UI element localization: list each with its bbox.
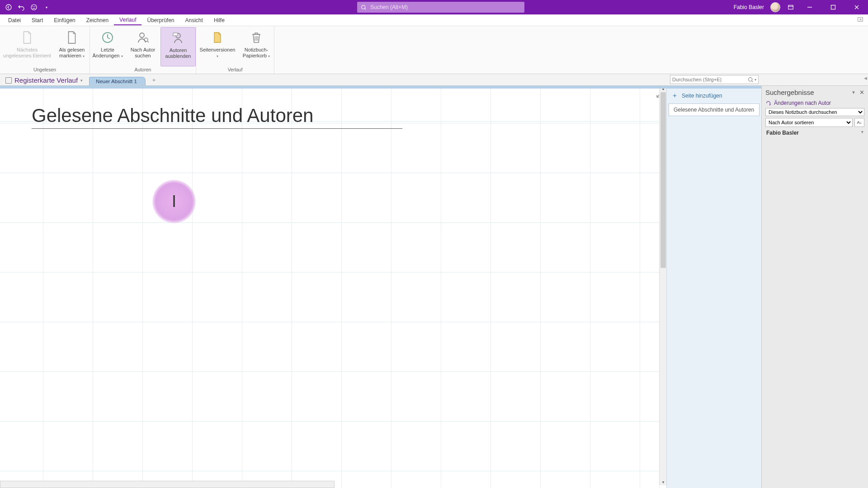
chevron-down-icon[interactable]: ▼ (851, 90, 856, 95)
add-page-label: Seite hinzufügen (682, 93, 722, 99)
qat-dropdown-icon[interactable]: ▾ (42, 3, 51, 11)
tab-verlauf[interactable]: Verlauf (114, 15, 142, 25)
ribbon-label: Änderungen ▾ (92, 53, 123, 59)
user-name[interactable]: Fabio Basler (734, 4, 764, 10)
section-bar: Registerkarte Verlauf ▾ Neuer Abschnitt … (0, 74, 868, 86)
svg-rect-6 (831, 5, 835, 9)
ribbon-label: Nächstes (17, 47, 38, 53)
author-name: Fabio Basler (766, 130, 799, 136)
ribbon-notebook-recycle[interactable]: Notizbuch- Papierkorb ▾ (239, 27, 274, 66)
close-button[interactable] (848, 0, 865, 14)
horizontal-scrollbar[interactable] (0, 481, 335, 488)
close-panel-button[interactable]: ✕ (859, 89, 864, 96)
title-bar: ▾ Gelesene Abschnitte und Autoren – OneN… (0, 0, 868, 14)
page-list-item[interactable]: Gelesene Abschnitte und Autoren (669, 103, 760, 116)
svg-point-9 (140, 33, 144, 38)
trash-icon (249, 30, 264, 45)
cursor-indicator: I (152, 180, 196, 223)
qat: ▾ (5, 3, 51, 11)
note-canvas[interactable]: Gelesene Abschnitte und Autoren I ▲ ▼ (0, 86, 666, 488)
titlebar-right: Fabio Basler (734, 0, 865, 14)
tab-hilfe[interactable]: Hilfe (208, 15, 230, 25)
vertical-scrollbar[interactable]: ▲ ▼ (659, 86, 666, 485)
changes-by-author-label: Änderungen nach Autor (774, 100, 831, 106)
ribbon-label: Notizbuch- (245, 47, 269, 53)
ribbon-label: ungelesenes Element (3, 53, 51, 59)
ribbon-display-icon[interactable] (787, 3, 795, 11)
section-tab[interactable]: Neuer Abschnitt 1 (89, 77, 146, 85)
notebook-icon (5, 77, 12, 84)
global-search-input[interactable] (370, 4, 521, 10)
notebook-selector[interactable]: Registerkarte Verlauf ▾ (4, 76, 86, 85)
search-icon (361, 5, 367, 10)
page-title[interactable]: Gelesene Abschnitte und Autoren (32, 105, 402, 129)
ribbon-label: ausblenden (165, 53, 191, 59)
plus-icon: ＋ (671, 91, 678, 100)
ribbon-label: Letzte (101, 47, 114, 53)
versions-icon (210, 30, 225, 45)
svg-point-1 (31, 5, 37, 10)
page-icon (19, 30, 35, 45)
svg-rect-12 (173, 33, 178, 36)
tab-ueberpruefen[interactable]: Überprüfen (142, 15, 179, 25)
scroll-thumb[interactable] (660, 92, 666, 268)
minimize-button[interactable] (801, 0, 818, 14)
clock-icon (100, 30, 115, 45)
ribbon-hide-authors[interactable]: Autoren ausblenden (160, 27, 196, 66)
main-area: Gelesene Abschnitte und Autoren I ▲ ▼ ＋ … (0, 86, 868, 488)
search-results-panel: Suchergebnisse ▼ ✕ Änderungen nach Autor… (761, 86, 868, 488)
cursor-glyph: I (172, 192, 176, 211)
chevron-down-icon: ▾ (861, 130, 863, 136)
tab-datei[interactable]: Datei (3, 15, 26, 25)
section-search-input[interactable] (672, 77, 748, 82)
scroll-up-icon[interactable]: ▲ (661, 87, 665, 91)
global-search[interactable] (357, 2, 524, 13)
undo-icon[interactable] (17, 3, 25, 11)
ribbon-next-unread[interactable]: Nächstes ungelesenes Element (0, 27, 54, 66)
page-check-icon (64, 30, 80, 45)
svg-rect-7 (858, 18, 863, 22)
refresh-icon (765, 100, 771, 106)
tab-start[interactable]: Start (26, 15, 48, 25)
add-page-button[interactable]: ＋ Seite hinzufügen (667, 89, 761, 103)
page-title-container[interactable]: Gelesene Abschnitte und Autoren (32, 105, 402, 129)
menu-tabs: Datei Start Einfügen Zeichnen Verlauf Üb… (0, 14, 868, 26)
tab-ansicht[interactable]: Ansicht (180, 15, 208, 25)
caret-icon: ▾ (217, 53, 218, 59)
search-scope-select[interactable]: Dieses Notizbuch durchsuchen (765, 108, 864, 116)
ribbon-group-ungelesen: Nächstes ungelesenes Element Als gelesen… (0, 26, 90, 74)
maximize-button[interactable] (825, 0, 842, 14)
search-icon (748, 77, 754, 83)
scroll-down-icon[interactable]: ▼ (661, 480, 665, 484)
ribbon-group-autoren: Letzte Änderungen ▾ Nach Autor suchen Au… (90, 26, 196, 74)
changes-by-author-link[interactable]: Änderungen nach Autor (762, 99, 868, 107)
collapse-ribbon-icon[interactable] (857, 16, 865, 24)
back-icon[interactable] (5, 3, 13, 11)
svg-point-13 (749, 77, 752, 81)
ribbon-find-by-author[interactable]: Nach Autor suchen (125, 27, 160, 66)
tab-einfuegen[interactable]: Einfügen (48, 15, 80, 25)
ribbon-group-verlauf: Seitenversionen ▾ Notizbuch- Papierkorb … (196, 26, 274, 74)
sort-select[interactable]: Nach Autor sortieren (765, 118, 853, 127)
svg-point-3 (34, 6, 35, 7)
page-list-panel: ＋ Seite hinzufügen Gelesene Abschnitte u… (666, 86, 761, 488)
ribbon-recent-edits[interactable]: Letzte Änderungen ▾ (90, 27, 125, 66)
collapse-right-icon[interactable]: ◀ (864, 76, 867, 80)
person-hide-icon (170, 30, 186, 46)
svg-rect-5 (788, 5, 793, 9)
add-section-button[interactable]: ＋ (150, 76, 158, 84)
smiley-icon[interactable] (30, 3, 38, 11)
person-search-icon (135, 30, 151, 45)
avatar[interactable] (770, 2, 780, 12)
ribbon-page-versions[interactable]: Seitenversionen ▾ (196, 27, 239, 66)
notebook-name: Registerkarte Verlauf (14, 76, 78, 84)
chevron-down-icon[interactable]: ▾ (755, 78, 756, 82)
ribbon-mark-read[interactable]: Als gelesen markieren ▾ (54, 27, 90, 66)
author-result-item[interactable]: Fabio Basler ▾ (762, 128, 868, 138)
tab-zeichnen[interactable]: Zeichnen (81, 15, 114, 25)
sort-direction-button[interactable]: A↓ (854, 118, 864, 127)
ribbon-label: suchen (135, 53, 151, 59)
ribbon-label: Nach Autor (131, 47, 155, 53)
ribbon-label: Seitenversionen (200, 47, 236, 53)
section-search[interactable]: ▾ (670, 75, 759, 84)
